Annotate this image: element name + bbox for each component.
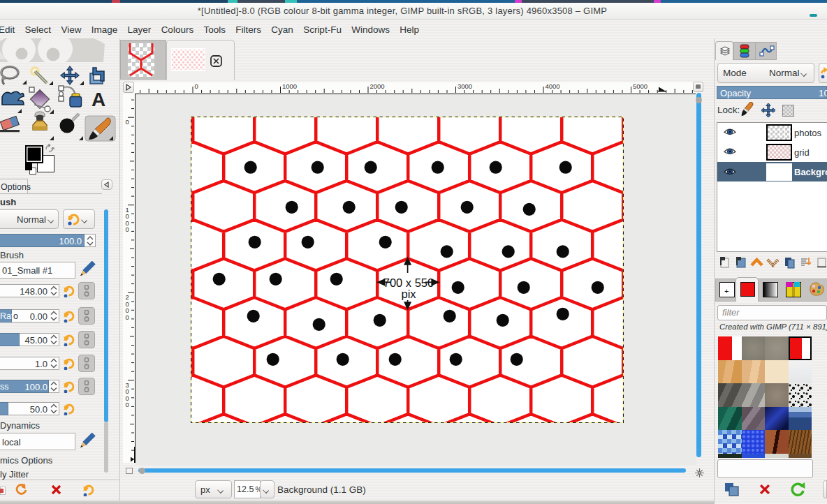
svg-text:0: 0 [126, 313, 129, 321]
svg-text:pix: pix [401, 288, 416, 300]
svg-text:0: 0 [126, 225, 129, 233]
svg-text:1000: 1000 [282, 82, 297, 90]
svg-text:0: 0 [126, 401, 129, 408]
svg-text:3000: 3000 [458, 82, 472, 90]
svg-text:0: 0 [126, 118, 129, 126]
svg-text:4000: 4000 [546, 82, 560, 90]
svg-text:0: 0 [195, 82, 198, 90]
svg-text:5000: 5000 [633, 82, 647, 90]
svg-text:A: A [92, 89, 105, 110]
svg-text:2000: 2000 [370, 82, 385, 90]
